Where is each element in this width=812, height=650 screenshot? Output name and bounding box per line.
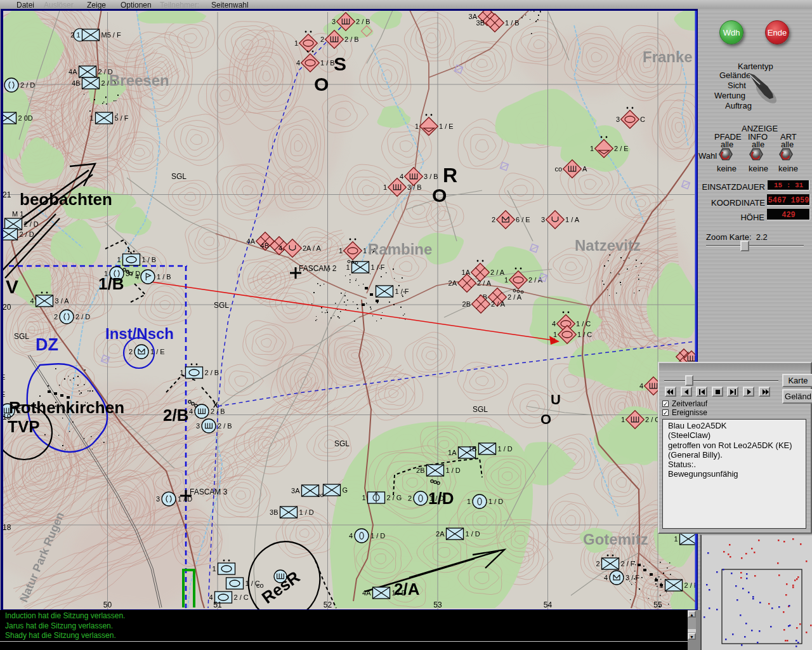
svg-text:SGL: SGL	[334, 439, 350, 448]
svg-text:1 / A: 1 / A	[565, 216, 580, 223]
svg-text:1: 1	[674, 535, 678, 543]
svg-text:2: 2	[596, 560, 599, 567]
svg-text:od: od	[317, 492, 324, 498]
svg-text:U: U	[551, 392, 561, 408]
svg-text:4: 4	[135, 273, 139, 281]
svg-text:4B: 4B	[72, 79, 80, 87]
svg-text:1 / F: 1 / F	[371, 263, 385, 271]
svg-text:2 / G: 2 / G	[387, 494, 402, 501]
svg-text:2A: 2A	[449, 279, 457, 287]
svg-text:3: 3	[196, 422, 200, 430]
svg-text:1: 1	[621, 416, 625, 423]
svg-text:4: 4	[604, 574, 608, 581]
svg-text:3: 3	[541, 216, 545, 223]
svg-text:2 1: 2 1	[70, 31, 80, 39]
svg-text:co: co	[256, 581, 264, 589]
svg-text:51: 51	[213, 600, 222, 609]
svg-text:2 / B: 2 / B	[218, 422, 232, 430]
svg-text:55: 55	[653, 600, 662, 609]
svg-text:3B: 3B	[476, 19, 485, 27]
svg-text:1: 1	[553, 331, 557, 338]
svg-text:Franke: Franke	[643, 48, 693, 65]
svg-text:3: 3	[156, 495, 160, 503]
svg-text:1 / B: 1 / B	[505, 19, 520, 27]
svg-text:TVP: TVP	[8, 417, 40, 436]
svg-text:1: 1	[346, 263, 350, 271]
svg-text:1 / D: 1 / D	[488, 498, 503, 505]
svg-text:1: 1	[504, 276, 508, 284]
svg-text:1/D: 1/D	[428, 489, 454, 508]
svg-text:M 1: M 1	[12, 210, 23, 218]
svg-text:Natzevitz: Natzevitz	[575, 237, 641, 254]
svg-text:1: 1	[89, 114, 93, 122]
svg-text:1 / B: 1 / B	[157, 273, 171, 281]
svg-text:3 / B: 3 / B	[424, 173, 438, 180]
svg-text:2 / C: 2 / C	[234, 594, 249, 601]
svg-text:2/A: 2/A	[394, 580, 420, 599]
svg-text:2: 2	[54, 313, 58, 321]
svg-text:1 / D: 1 / D	[498, 445, 513, 453]
svg-text:G: G	[343, 486, 348, 494]
svg-text:54: 54	[544, 600, 553, 609]
svg-text:1: 1	[294, 39, 298, 47]
svg-text:4: 4	[189, 408, 193, 415]
svg-text:2 / A: 2 / A	[490, 269, 505, 276]
svg-text:4: 4	[400, 173, 403, 180]
svg-text:2A / A: 2A / A	[303, 244, 321, 252]
svg-text:SGL: SGL	[171, 172, 187, 181]
svg-text:FASCAM 3: FASCAM 3	[190, 488, 228, 496]
svg-text:1: 1	[590, 145, 594, 152]
svg-text:2 / F: 2 / F	[621, 560, 635, 567]
svg-text:O: O	[540, 411, 551, 427]
svg-text:1: 1	[362, 494, 365, 501]
svg-text:1: 1	[212, 565, 216, 573]
svg-text:2 / B: 2 / B	[344, 36, 359, 43]
svg-text:1B: 1B	[468, 445, 476, 453]
svg-text:Rambine: Rambine	[368, 241, 432, 258]
svg-text:1: 1	[659, 581, 663, 589]
svg-text:4: 4	[296, 59, 300, 67]
svg-text:3: 3	[616, 116, 620, 123]
svg-text:1: 1	[415, 123, 419, 130]
svg-text:50: 50	[103, 600, 112, 609]
svg-text:1 / D: 1 / D	[466, 530, 480, 538]
svg-text:beobachten: beobachten	[20, 190, 112, 209]
svg-text:1 / C: 1 / C	[576, 320, 591, 328]
svg-text:2 / B: 2 / B	[205, 369, 219, 376]
svg-text:Inst/Nsch: Inst/Nsch	[105, 325, 174, 342]
svg-text:O: O	[314, 74, 329, 95]
svg-text:5 / F: 5 / F	[115, 114, 129, 122]
svg-text:1 / E: 1 / E	[150, 348, 165, 355]
svg-text:V: V	[6, 276, 18, 297]
svg-text:2 / A: 2 / A	[477, 279, 492, 287]
svg-text:DZ: DZ	[36, 335, 58, 354]
svg-text:2 / A: 2 / A	[491, 300, 506, 308]
svg-text:2 0D: 2 0D	[18, 114, 33, 122]
svg-text:3A: 3A	[291, 487, 300, 494]
svg-text:2: 2	[492, 216, 495, 223]
svg-text:21: 21	[3, 190, 11, 199]
svg-text:20: 20	[3, 303, 11, 312]
svg-text:1 / D: 1 / D	[178, 495, 192, 503]
svg-text:4: 4	[639, 382, 643, 390]
svg-text:53: 53	[433, 600, 442, 609]
svg-text:2: 2	[408, 494, 412, 502]
svg-text:3 / F: 3 / F	[625, 574, 639, 581]
svg-text:4A: 4A	[69, 68, 77, 76]
svg-text:1 / D: 1 / D	[370, 532, 385, 540]
svg-text:2B: 2B	[416, 467, 424, 474]
svg-text:1 / B: 1 / B	[142, 256, 157, 263]
svg-text:M5 / F: M5 / F	[102, 31, 121, 39]
svg-text:4: 4	[209, 594, 213, 601]
svg-text:R: R	[443, 164, 457, 187]
svg-text:1: 1	[339, 247, 343, 255]
svg-text:2 / D: 2 / D	[24, 220, 39, 228]
svg-text:1: 1	[383, 183, 387, 191]
svg-text:SGL: SGL	[214, 301, 229, 310]
svg-text:Breesen: Breesen	[109, 72, 169, 89]
svg-text:co: co	[554, 165, 562, 173]
svg-text:3 / B: 3 / B	[407, 183, 422, 191]
svg-text:1: 1	[180, 369, 183, 376]
svg-text:52: 52	[324, 600, 332, 609]
svg-text:C: C	[640, 116, 645, 123]
